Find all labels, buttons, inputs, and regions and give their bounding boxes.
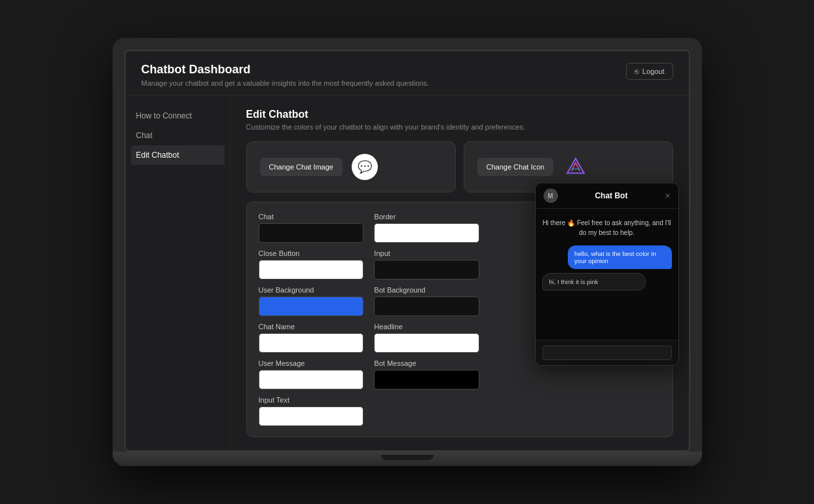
user-message-bubble: hello, what is the best color in your op… [568, 245, 671, 269]
color-input-input[interactable] [374, 260, 479, 279]
color-label-border: Border [374, 213, 479, 221]
color-field-chat-name: Chat Name [259, 323, 364, 353]
color-label-user-message: User Message [259, 359, 364, 367]
brand-logo-svg [565, 156, 586, 177]
svg-marker-0 [567, 158, 584, 173]
sidebar: How to Connect Chat Edit Chatbot [126, 96, 231, 450]
color-section: Chat Border Close Button [246, 202, 673, 437]
color-label-bot-background: Bot Background [374, 286, 479, 294]
color-input-chat[interactable] [259, 223, 364, 243]
chat-input-area [536, 340, 678, 365]
change-chat-icon-button[interactable]: Change Chat Icon [477, 158, 554, 176]
color-field-bot-background: Bot Background [374, 286, 479, 316]
sidebar-item-edit-chatbot[interactable]: Edit Chatbot [131, 145, 225, 165]
chat-preview-title: Chat Bot [595, 191, 627, 200]
color-label-input: Input [374, 249, 479, 257]
change-chat-image-button[interactable]: Change Chat Image [260, 158, 342, 176]
color-input-chat-name[interactable] [259, 333, 364, 353]
color-field-bot-message: Bot Message [374, 359, 479, 389]
sidebar-item-how-to-connect[interactable]: How to Connect [126, 106, 230, 126]
color-label-close-button: Close Button [259, 249, 364, 257]
color-input-user-message[interactable] [259, 370, 364, 389]
header-text: Chatbot Dashboard Manage your chatbot an… [141, 63, 430, 87]
main-content: Edit Chatbot Customize the colors of you… [231, 96, 689, 450]
app-title: Chatbot Dashboard [141, 63, 430, 77]
message-icon: 💬 [358, 160, 372, 174]
sidebar-item-chat[interactable]: Chat [126, 126, 230, 145]
color-field-input: Input [374, 249, 479, 279]
color-label-chat-name: Chat Name [259, 323, 364, 331]
color-input-bot-background[interactable] [374, 297, 479, 316]
app-body: How to Connect Chat Edit Chatbot Edit Ch… [126, 96, 689, 450]
color-field-headline: Headline [374, 323, 479, 353]
laptop-screen: Chatbot Dashboard Manage your chatbot an… [124, 50, 690, 452]
app-subtitle: Manage your chatbot and get a valuable i… [141, 79, 430, 87]
color-input-input-text[interactable] [259, 406, 364, 426]
laptop-base [113, 452, 702, 466]
logout-icon: ⎋ [635, 67, 639, 75]
chat-preview-header: M Chat Bot × [536, 183, 678, 209]
bot-greeting: Hi there 🔥 Feel free to ask anything, an… [542, 218, 672, 238]
chat-preview-avatar: M [544, 189, 558, 203]
logout-button[interactable]: ⎋ Logout [626, 63, 673, 80]
color-field-user-message: User Message [259, 359, 364, 389]
color-grid: Chat Border Close Button [259, 213, 480, 426]
color-label-input-text: Input Text [259, 396, 364, 404]
laptop-notch [381, 455, 434, 460]
color-label-bot-message: Bot Message [374, 359, 479, 367]
bot-message-bubble: hi, I think it is pink [542, 273, 646, 291]
chat-preview-body: Hi there 🔥 Feel free to ask anything, an… [536, 209, 678, 340]
chat-preview: M Chat Bot × Hi there 🔥 Feel free to ask… [535, 183, 679, 366]
color-field-user-background: User Background [259, 286, 364, 316]
color-input-bot-message[interactable] [374, 370, 479, 389]
color-label-user-background: User Background [259, 286, 364, 294]
chat-close-button[interactable]: × [665, 190, 670, 201]
chat-image-panel: Change Chat Image 💬 [246, 141, 456, 192]
color-field-input-text: Input Text [259, 396, 364, 426]
color-field-close-button: Close Button [259, 249, 364, 279]
color-label-chat: Chat [259, 213, 364, 221]
color-field-chat: Chat [259, 213, 364, 243]
color-input-border[interactable] [374, 223, 479, 243]
laptop-frame: Chatbot Dashboard Manage your chatbot an… [113, 38, 702, 466]
section-subtitle: Customize the colors of your chatbot to … [246, 123, 673, 131]
color-label-headline: Headline [374, 323, 479, 331]
app-container: Chatbot Dashboard Manage your chatbot an… [126, 51, 689, 450]
header: Chatbot Dashboard Manage your chatbot an… [126, 51, 689, 96]
chat-input-bar[interactable] [542, 346, 672, 360]
color-field-border: Border [374, 213, 479, 243]
chat-icon-preview: 💬 [352, 154, 378, 180]
section-title: Edit Chatbot [246, 109, 673, 120]
color-input-close-button[interactable] [259, 260, 364, 279]
color-input-user-background[interactable] [259, 297, 364, 316]
color-input-headline[interactable] [374, 333, 479, 353]
brand-icon-preview [563, 154, 589, 180]
